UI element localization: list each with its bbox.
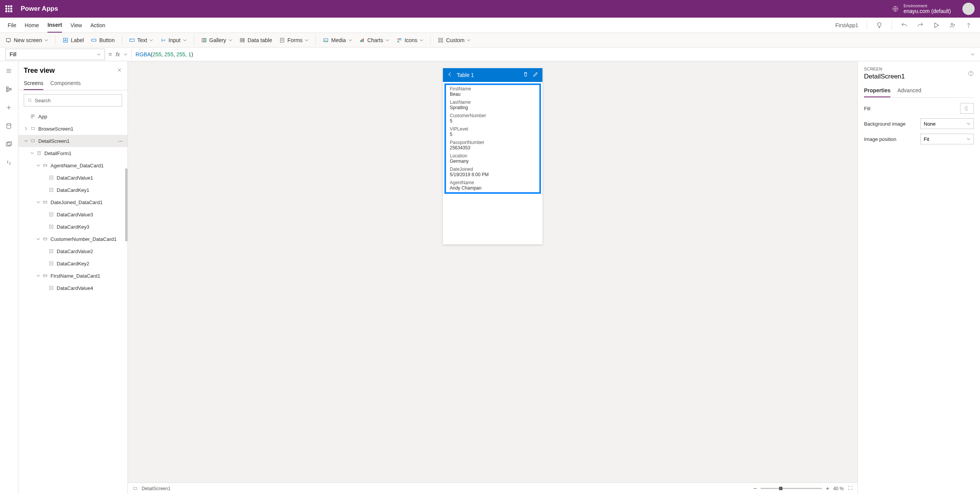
tree-item[interactable]: DataCardValue1 [18,172,127,184]
tree-item[interactable]: DataCardKey1 [18,184,127,196]
hamburger-icon[interactable] [5,67,13,75]
tree-item[interactable]: DetailScreen1⋯ [18,135,127,147]
tree-item-label: CustomerNumber_DataCard1 [51,236,117,242]
data-table-button[interactable]: Data table [239,37,272,43]
forms-button[interactable]: Forms [279,37,309,43]
tree-item[interactable]: DataCardValue3 [18,208,127,221]
gallery-button[interactable]: Gallery [201,37,232,43]
tree-item[interactable]: DetailForm1 [18,147,127,159]
tree-item[interactable]: DataCardValue2 [18,245,127,257]
zoom-slider[interactable] [761,488,822,489]
user-avatar[interactable] [962,3,975,15]
expand-icon[interactable] [30,151,34,155]
svg-rect-11 [240,38,245,42]
zoom-in-icon[interactable]: + [826,485,829,492]
screen-title: Table 1 [457,72,519,78]
detail-form[interactable]: FirstNameBeauLastNameSpratlingCustomerNu… [444,83,541,194]
zoom-out-icon[interactable]: − [753,485,757,492]
menu-home[interactable]: Home [25,18,39,32]
svg-rect-4 [7,38,11,41]
expand-icon[interactable] [24,139,28,143]
svg-rect-34 [31,128,34,130]
back-icon[interactable] [447,71,453,79]
expand-icon[interactable] [24,127,28,131]
environment-picker[interactable]: Environment enayu.com (default) [892,3,951,14]
search-input[interactable]: Search [24,94,122,106]
chevron-down-icon [305,38,309,42]
input-button[interactable]: Input [160,37,186,43]
expand-icon[interactable] [36,274,41,278]
field-value: Andy Champan [446,185,539,192]
fit-to-window-icon[interactable] [848,485,853,492]
tools-icon[interactable] [5,159,13,167]
tab-advanced[interactable]: Advanced [897,84,921,97]
share-icon[interactable] [949,21,956,29]
prop-bgimage-select[interactable]: None [920,118,974,129]
tab-properties[interactable]: Properties [864,84,890,97]
menu-insert[interactable]: Insert [47,18,62,33]
canvas-screen[interactable]: Table 1 FirstNameBeauLastNameSpratlingCu… [443,68,542,244]
close-icon[interactable] [117,67,122,74]
tree-item[interactable]: BrowseScreen1 [18,123,127,135]
product-name: Power Apps [21,5,58,13]
insert-rail-icon[interactable] [5,104,13,112]
expand-formula-icon[interactable] [971,51,975,57]
tree-item[interactable]: CustomerNumber_DataCard1 [18,233,127,245]
expand-icon[interactable] [36,237,41,241]
help-icon[interactable] [968,70,974,78]
prop-imgpos-label: Image position [864,136,897,142]
edit-icon[interactable] [532,71,539,79]
play-icon[interactable] [933,21,940,29]
menu-view[interactable]: View [70,18,82,32]
icons-button[interactable]: Icons [396,37,423,43]
chevron-down-icon [124,52,127,56]
more-icon[interactable]: ⋯ [118,138,124,144]
custom-button[interactable]: Custom [438,37,470,43]
delete-icon[interactable] [523,71,529,79]
tree-item[interactable]: App [18,110,127,123]
svg-rect-8 [202,38,203,42]
expand-icon[interactable] [36,200,41,204]
expand-icon[interactable] [36,164,41,167]
menu-file[interactable]: File [8,18,16,32]
text-button[interactable]: Text [129,37,154,43]
tree-item-label: DataCardKey1 [57,187,89,193]
tree-item[interactable]: DataCardKey2 [18,257,127,270]
tree-item-label: FirstName_DataCard1 [51,273,100,279]
field-value: Beau [446,92,539,98]
new-screen-button[interactable]: New screen [5,37,48,43]
media-rail-icon[interactable] [5,141,13,149]
formula-input[interactable]: RGBA(255, 255, 255, 1) [136,51,967,57]
button-button[interactable]: Button [91,37,114,43]
undo-icon[interactable] [900,21,908,29]
charts-button[interactable]: Charts [359,37,389,43]
prop-fill-control[interactable] [960,103,974,114]
tree-item[interactable]: FirstName_DataCard1 [18,270,127,282]
tree-item[interactable]: DateJoined_DataCard1 [18,196,127,208]
data-icon[interactable] [5,123,13,130]
media-button[interactable]: Media [323,37,352,43]
svg-rect-33 [31,117,33,118]
button-icon [91,37,97,43]
redo-icon[interactable] [916,21,924,29]
tree-item[interactable]: AgentName_DataCard1 [18,159,127,172]
app-name: FirstApp1 [835,22,858,28]
property-selector[interactable]: Fill [5,49,105,60]
tab-components[interactable]: Components [50,77,80,90]
tab-screens[interactable]: Screens [24,77,43,90]
input-icon [160,37,166,43]
scrollbar[interactable] [125,168,127,241]
tree-item[interactable]: DataCardKey3 [18,221,127,233]
prop-imgpos-select[interactable]: Fit [920,134,974,144]
app-launcher-icon[interactable] [5,5,12,12]
app-checker-icon[interactable] [875,21,883,29]
menu-action[interactable]: Action [90,18,105,32]
props-section-label: SCREEN [864,67,974,71]
field-value: 5 [446,132,539,139]
tree-item[interactable]: DataCardValue4 [18,282,127,294]
prop-fill-label: Fill [864,106,871,111]
svg-rect-22 [439,41,440,42]
label-button[interactable]: Label [62,37,84,43]
tree-view-icon[interactable] [5,86,13,93]
help-icon[interactable] [965,21,972,29]
